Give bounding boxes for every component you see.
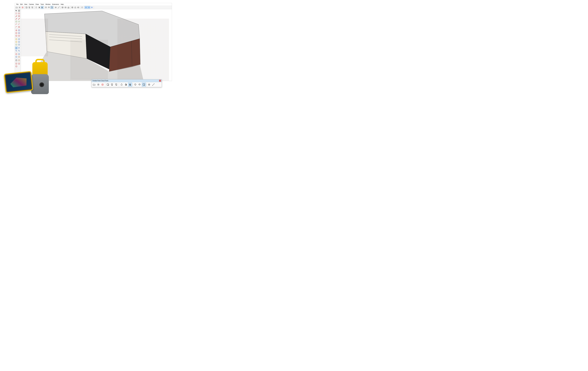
- arc-1-icon[interactable]: [15, 23, 18, 25]
- section-plane-icon[interactable]: [18, 59, 20, 62]
- followme-icon[interactable]: [18, 32, 20, 34]
- drop-outline-icon[interactable]: [35, 6, 38, 9]
- drop-half-icon[interactable]: [124, 83, 128, 87]
- box-closed-icon[interactable]: [61, 6, 64, 9]
- scan-visibility-icon[interactable]: [25, 6, 28, 9]
- settings-gear-icon[interactable]: [96, 83, 100, 87]
- eraser-icon[interactable]: [15, 12, 18, 15]
- cloud-down-icon[interactable]: [45, 6, 47, 9]
- extension-icon[interactable]: [18, 62, 20, 65]
- cloud-up-icon[interactable]: [137, 83, 142, 87]
- dimension-icon[interactable]: [18, 38, 20, 41]
- point-cloud-tools-titlebar[interactable]: Trimble Point Cloud Tools ✕: [92, 79, 162, 82]
- rectangle-icon[interactable]: [18, 10, 20, 12]
- pencil-icon[interactable]: [15, 15, 18, 17]
- 3dtext-icon[interactable]: [18, 43, 20, 46]
- scan-select-icon[interactable]: [51, 6, 53, 9]
- svg-point-49: [98, 84, 99, 85]
- scan-select-icon[interactable]: [142, 83, 146, 87]
- svg-point-55: [152, 85, 153, 86]
- box-closed-2-icon[interactable]: [71, 6, 74, 9]
- trimble-tablet-device: [4, 71, 33, 93]
- cube-iso-icon[interactable]: [90, 6, 93, 9]
- settings-gear-icon[interactable]: [18, 6, 21, 9]
- menu-window[interactable]: Window: [45, 3, 51, 5]
- box-open-2-icon[interactable]: [77, 6, 80, 9]
- offset-icon[interactable]: [18, 34, 20, 37]
- circle-icon[interactable]: [18, 20, 20, 23]
- look-around-icon[interactable]: [18, 53, 20, 55]
- svg-rect-17: [16, 33, 17, 34]
- select-arrow-icon[interactable]: [15, 10, 18, 12]
- protractor-icon[interactable]: [15, 41, 18, 43]
- menu-draw[interactable]: Draw: [35, 3, 40, 5]
- tape-icon[interactable]: [15, 38, 18, 41]
- point-cloud-tools-toolbar: 507.5: [92, 82, 162, 87]
- text-icon[interactable]: [18, 41, 20, 43]
- vertical-tool-palette: [15, 9, 21, 81]
- close-icon[interactable]: ✕: [159, 80, 161, 82]
- move-icon[interactable]: [15, 29, 18, 32]
- zoom-window-icon[interactable]: [18, 49, 20, 52]
- rotate-icon[interactable]: [15, 32, 18, 34]
- cube-solid-icon[interactable]: [84, 6, 87, 9]
- diagonal-line-icon[interactable]: [151, 83, 155, 87]
- line-tool-icon[interactable]: [15, 18, 18, 20]
- scan-visibility-icon[interactable]: [106, 83, 110, 87]
- axes-icon[interactable]: [15, 43, 18, 46]
- section-icon[interactable]: [18, 55, 20, 58]
- menu-edit[interactable]: Edit: [19, 3, 23, 5]
- guide-line-icon[interactable]: [18, 18, 20, 20]
- pie-icon[interactable]: [18, 26, 20, 28]
- scan-75-icon[interactable]: 7.5: [114, 83, 118, 87]
- open-folder-icon[interactable]: [92, 83, 96, 87]
- drop-half-icon[interactable]: [38, 6, 41, 9]
- cloud-down-icon[interactable]: [133, 83, 137, 87]
- orbit-icon[interactable]: [15, 47, 18, 49]
- arc-3-icon[interactable]: [15, 26, 18, 28]
- box-open-icon[interactable]: [64, 6, 67, 9]
- svg-rect-33: [16, 56, 17, 57]
- diamond-icon[interactable]: [81, 6, 84, 9]
- arc-2-icon[interactable]: [18, 23, 20, 25]
- main-horizontal-toolbar: 507.5: [15, 6, 172, 9]
- drop-hatch-icon[interactable]: [128, 83, 132, 87]
- menu-extensions[interactable]: Extensions: [51, 3, 60, 5]
- diagonal-line-icon[interactable]: [57, 6, 60, 9]
- paint-icon[interactable]: [18, 12, 20, 15]
- delete-x-icon[interactable]: [101, 83, 105, 87]
- menu-tools[interactable]: Tools: [40, 3, 45, 5]
- house-outline-icon[interactable]: [74, 6, 77, 9]
- cloud-up-icon[interactable]: [48, 6, 50, 9]
- menu-file[interactable]: File: [16, 3, 19, 5]
- drop-hatch-icon[interactable]: [41, 6, 43, 9]
- house-icon[interactable]: [67, 6, 70, 9]
- drop-outline-icon[interactable]: [120, 83, 124, 87]
- pushpull-icon[interactable]: [18, 29, 20, 32]
- scale-icon[interactable]: [15, 34, 18, 37]
- zoom-icon[interactable]: [15, 49, 18, 52]
- scan-50-icon[interactable]: 50: [28, 6, 31, 9]
- ruby-icon[interactable]: [15, 65, 18, 68]
- pan-icon[interactable]: [18, 47, 20, 49]
- walk-steps-icon[interactable]: [15, 59, 18, 62]
- menu-help[interactable]: Help: [60, 3, 64, 5]
- delete-x-icon[interactable]: [21, 6, 24, 9]
- menu-view[interactable]: View: [23, 3, 28, 5]
- menu-camera[interactable]: Camera: [28, 3, 35, 5]
- svg-rect-13: [16, 21, 17, 22]
- scan-50-icon[interactable]: 50: [110, 83, 114, 87]
- freehand-icon[interactable]: [18, 15, 20, 17]
- open-folder-icon[interactable]: [15, 6, 18, 9]
- position-cam-icon[interactable]: [15, 53, 18, 55]
- rect-fill-icon[interactable]: [15, 20, 18, 23]
- svg-rect-18: [19, 33, 20, 34]
- walk-icon[interactable]: [15, 55, 18, 58]
- svg-rect-22: [19, 39, 20, 40]
- cube-wire-icon[interactable]: [87, 6, 90, 9]
- warehouse-icon[interactable]: [15, 62, 18, 65]
- scan-75-icon[interactable]: 7.5: [31, 6, 34, 9]
- add-point-icon[interactable]: [54, 6, 57, 9]
- add-point-icon[interactable]: [147, 83, 151, 87]
- svg-rect-23: [16, 41, 17, 43]
